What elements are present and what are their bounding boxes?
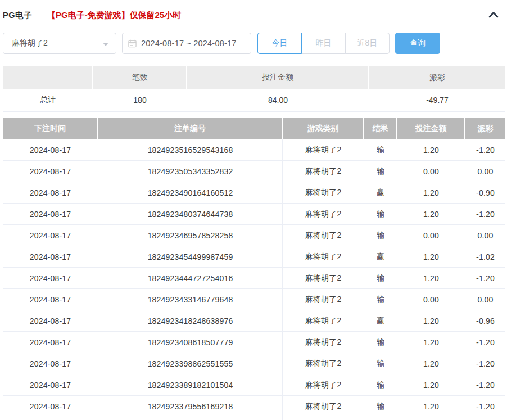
game-type-cell: 麻将胡了2 xyxy=(283,246,364,267)
result-cell: 输 xyxy=(364,204,397,224)
bet-time-cell: 2024-08-17 xyxy=(3,332,98,353)
bet-amount-cell: 1.20 xyxy=(397,139,465,160)
summary-table: 笔数投注金额派彩 总计18084.00-49.77 xyxy=(3,66,505,112)
game-type-cell: 麻将胡了2 xyxy=(283,268,364,288)
summary-header-cell: 派彩 xyxy=(369,66,505,89)
caret-down-icon xyxy=(103,43,108,46)
table-row-clipped xyxy=(3,417,505,420)
game-type-cell: 麻将胡了2 xyxy=(283,289,364,310)
game-type-cell: 麻将胡了2 xyxy=(283,353,364,374)
bet-amount-cell: 1.20 xyxy=(397,182,465,203)
summary-total-row: 总计18084.00-49.77 xyxy=(3,89,505,112)
bet-amount-cell: 1.20 xyxy=(397,332,465,353)
bet-time-cell: 2024-08-17 xyxy=(3,139,98,160)
game-type-cell: 麻将胡了2 xyxy=(283,310,364,331)
quick-range-button-0[interactable]: 今日 xyxy=(257,33,302,54)
bet-amount-cell: 1.20 xyxy=(397,374,465,395)
bet-time-cell: 2024-08-17 xyxy=(3,268,98,288)
table-row: 2024-08-171824923469578528258麻将胡了2输0.000… xyxy=(3,225,505,246)
records-header-row: 下注时间注单编号游戏类别结果投注金额派彩 xyxy=(3,118,505,139)
bet-time-cell: 2024-08-17 xyxy=(3,182,98,203)
result-cell: 输 xyxy=(364,374,397,395)
table-row: 2024-08-171824923418248638976麻将胡了2赢1.20-… xyxy=(3,310,505,332)
records-header-cell: 游戏类别 xyxy=(283,118,364,139)
bet-id-cell: 1824923389182101504 xyxy=(98,374,283,395)
records-header-cell: 结果 xyxy=(364,118,397,139)
bet-id-cell: 1824923469578528258 xyxy=(98,225,283,246)
bet-amount-cell: 1.20 xyxy=(397,246,465,267)
table-row: 2024-08-171824923490164160512麻将胡了2赢1.20-… xyxy=(3,182,505,204)
bet-amount-cell: 1.20 xyxy=(397,310,465,331)
bet-time-cell: 2024-08-17 xyxy=(3,374,98,395)
page-title: PG电子 xyxy=(3,10,32,21)
game-type-cell: 麻将胡了2 xyxy=(283,161,364,182)
payout-cell: -1.20 xyxy=(465,204,505,224)
payout-cell: -1.20 xyxy=(465,139,505,160)
table-row: 2024-08-171824923480374644738麻将胡了2输1.20-… xyxy=(3,204,505,225)
quick-range-button-2[interactable]: 近8日 xyxy=(345,33,390,54)
calendar-icon xyxy=(128,39,137,48)
records-header-cell: 派彩 xyxy=(465,118,505,139)
bet-time-cell: 2024-08-17 xyxy=(3,246,98,267)
filter-controls: 麻将胡了2 2024-08-17 ~ 2024-08-17 今日昨日近8日 xyxy=(3,33,505,54)
result-cell xyxy=(364,417,397,420)
result-cell: 赢 xyxy=(364,246,397,267)
game-type-cell xyxy=(283,417,364,420)
bet-time-cell: 2024-08-17 xyxy=(3,289,98,310)
payout-cell: 0.00 xyxy=(465,289,505,310)
table-row: 2024-08-171824923379556169218麻将胡了2输1.20-… xyxy=(3,396,505,417)
date-range-input[interactable]: 2024-08-17 ~ 2024-08-17 xyxy=(122,33,251,54)
result-cell: 输 xyxy=(364,289,397,310)
bet-amount-cell: 1.20 xyxy=(397,268,465,288)
bet-id-cell: 1824923490164160512 xyxy=(98,182,283,203)
bet-id-cell: 1824923505343352832 xyxy=(98,161,283,182)
result-cell: 输 xyxy=(364,268,397,288)
game-type-cell: 麻将胡了2 xyxy=(283,182,364,203)
bet-amount-cell: 0.00 xyxy=(397,225,465,246)
table-row: 2024-08-171824923516529543168麻将胡了2输1.20-… xyxy=(3,139,505,161)
quick-range-button-1[interactable]: 昨日 xyxy=(301,33,346,54)
bet-amount-cell: 0.00 xyxy=(397,289,465,310)
payout-cell: -1.20 xyxy=(465,268,505,288)
records-table-body: 2024-08-171824923516529543168麻将胡了2输1.20-… xyxy=(3,139,505,420)
bet-id-cell xyxy=(98,417,283,420)
records-header-cell: 投注金额 xyxy=(397,118,465,139)
bet-id-cell: 1824923433146779648 xyxy=(98,289,283,310)
bet-time-cell: 2024-08-17 xyxy=(3,225,98,246)
table-row: 2024-08-171824923433146779648麻将胡了2输0.000… xyxy=(3,289,505,310)
result-cell: 输 xyxy=(364,396,397,417)
game-select[interactable]: 麻将胡了2 xyxy=(3,33,116,54)
summary-header-cell: 投注金额 xyxy=(187,66,369,89)
collapse-panel-button[interactable] xyxy=(487,8,500,21)
payout-cell xyxy=(465,417,505,420)
payout-cell: -0.96 xyxy=(465,310,505,331)
payout-cell: -1.20 xyxy=(465,396,505,417)
bet-id-cell: 1824923454499987459 xyxy=(98,246,283,267)
payout-cell: -0.90 xyxy=(465,182,505,203)
game-type-cell: 麻将胡了2 xyxy=(283,374,364,395)
game-type-cell: 麻将胡了2 xyxy=(283,225,364,246)
bet-amount-cell: 0.00 xyxy=(397,161,465,182)
date-range-value: 2024-08-17 ~ 2024-08-17 xyxy=(141,39,236,48)
bet-amount-cell: 1.20 xyxy=(397,204,465,224)
quick-range-group: 今日昨日近8日 xyxy=(257,33,390,54)
result-cell: 输 xyxy=(364,353,397,374)
summary-total-cell: 84.00 xyxy=(187,89,369,111)
chevron-up-icon xyxy=(488,11,499,18)
bet-id-cell: 1824923408618507779 xyxy=(98,332,283,353)
result-cell: 输 xyxy=(364,225,397,246)
table-row: 2024-08-171824923505343352832麻将胡了2输0.000… xyxy=(3,161,505,182)
query-button[interactable]: 查询 xyxy=(395,33,440,54)
summary-header-row: 笔数投注金额派彩 xyxy=(3,66,505,89)
retention-notice: 【PG电子-免费游戏】仅保留25小时 xyxy=(47,10,181,21)
bet-amount-cell: 1.20 xyxy=(397,353,465,374)
result-cell: 输 xyxy=(364,139,397,160)
payout-cell: -1.20 xyxy=(465,353,505,374)
payout-cell: 0.00 xyxy=(465,225,505,246)
bet-id-cell: 1824923398862551555 xyxy=(98,353,283,374)
bet-time-cell: 2024-08-17 xyxy=(3,161,98,182)
summary-total-cell: 总计 xyxy=(3,89,93,111)
titlebar: PG电子 【PG电子-免费游戏】仅保留25小时 xyxy=(3,0,505,21)
result-cell: 赢 xyxy=(364,310,397,331)
game-type-cell: 麻将胡了2 xyxy=(283,139,364,160)
